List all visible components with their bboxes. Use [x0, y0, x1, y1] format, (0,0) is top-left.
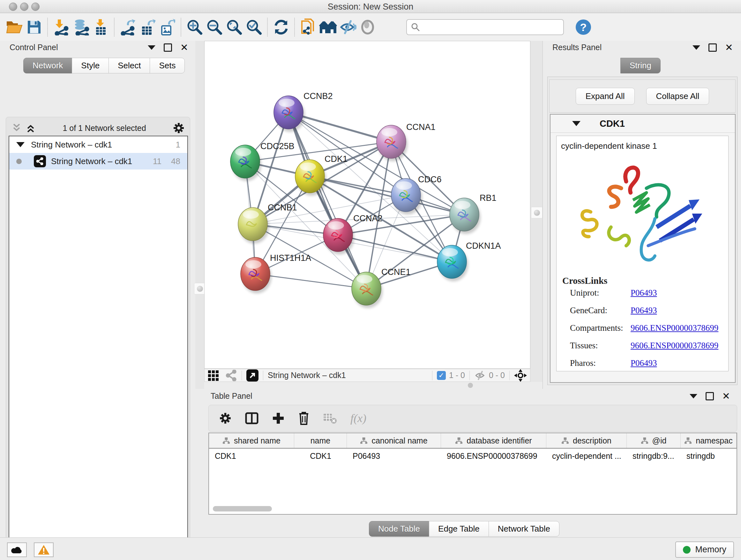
- cloud-status-button[interactable]: [7, 543, 27, 557]
- crosslink-link[interactable]: 9606.ENSP00000378699: [630, 341, 718, 351]
- edge-HIST1H1A-CCNE1[interactable]: [255, 274, 366, 289]
- refresh-icon[interactable]: [271, 17, 291, 37]
- close-table-icon[interactable]: ✕: [722, 393, 730, 399]
- search-box[interactable]: [406, 19, 564, 35]
- zoom-selected-icon[interactable]: [244, 17, 264, 37]
- selection-mode-crosshair-icon[interactable]: [514, 369, 527, 382]
- import-table-file-icon[interactable]: [91, 17, 111, 37]
- column-header-database-identifier[interactable]: database identifier: [441, 433, 546, 448]
- maximize-table-icon[interactable]: [705, 392, 714, 400]
- zoom-out-icon[interactable]: [205, 17, 224, 37]
- expand-all-icon[interactable]: [25, 123, 36, 133]
- birdseye-grid-icon[interactable]: [208, 370, 220, 381]
- network-canvas[interactable]: CCNB2CCNA1CDC25BCDK1CDC6RB1CCNB1CCNA2CDK…: [204, 41, 530, 369]
- crosslink-label: Uniprot:: [570, 288, 630, 298]
- export-network-icon[interactable]: [118, 17, 138, 37]
- houses-icon[interactable]: [318, 17, 338, 37]
- save-session-icon[interactable]: [24, 17, 44, 37]
- tab-select[interactable]: Select: [109, 58, 150, 73]
- network-options-gear-icon[interactable]: [173, 122, 185, 134]
- crosslink-link[interactable]: 9606.ENSP00000378699: [630, 323, 718, 333]
- close-results-icon[interactable]: ✕: [725, 44, 733, 51]
- network-row[interactable]: String Network – cdk1 11 48: [9, 153, 187, 170]
- network-node-CCNA2[interactable]: [323, 219, 354, 254]
- network-node-CDC6[interactable]: [391, 179, 422, 214]
- node-label-RB1: RB1: [480, 193, 496, 203]
- crosslink-link[interactable]: P06493: [630, 288, 657, 298]
- entry-collapse-caret[interactable]: [572, 121, 581, 126]
- network-node-CCNE1[interactable]: [352, 272, 383, 308]
- table-row[interactable]: CDK1CDK1P064939606.ENSP00000378699cyclin…: [209, 449, 737, 463]
- network-node-CDKN1A[interactable]: [437, 245, 468, 281]
- zoom-in-icon[interactable]: [185, 17, 205, 37]
- collection-expand-caret[interactable]: [16, 142, 24, 147]
- table-toolbar: f(x): [208, 405, 737, 432]
- network-share-icon[interactable]: [226, 370, 237, 381]
- import-network-file-icon[interactable]: [51, 17, 71, 37]
- crosslink-link[interactable]: P06493: [630, 306, 657, 315]
- column-header-description[interactable]: description: [546, 433, 627, 448]
- cdk1-entry-header[interactable]: CDK1: [550, 115, 735, 133]
- table-panel-title: Table Panel: [211, 391, 253, 401]
- maximize-panel-icon[interactable]: [164, 44, 172, 52]
- open-session-icon[interactable]: [4, 17, 24, 37]
- float-panel-icon[interactable]: [148, 45, 155, 50]
- crosslink-row: Compartments:9606.ENSP00000378699: [570, 323, 728, 333]
- create-column-icon[interactable]: [272, 412, 285, 425]
- collapse-all-button[interactable]: Collapse All: [646, 88, 710, 105]
- help-icon[interactable]: ?: [574, 17, 593, 37]
- float-table-icon[interactable]: [690, 394, 697, 398]
- network-collection-row[interactable]: String Network – cdk1 1: [9, 136, 187, 153]
- hide-graphics-details-icon[interactable]: [338, 17, 358, 37]
- export-table-icon[interactable]: [138, 17, 158, 37]
- network-node-RB1[interactable]: [450, 198, 481, 234]
- node-label-CCNA2: CCNA2: [353, 213, 383, 223]
- memory-label: Memory: [695, 545, 726, 555]
- document-network-icon[interactable]: [298, 17, 318, 37]
- tab-network-table[interactable]: Network Table: [488, 521, 559, 537]
- expand-all-button[interactable]: Expand All: [576, 88, 635, 105]
- network-node-CDC25B[interactable]: [230, 145, 261, 181]
- tab-network[interactable]: Network: [23, 58, 72, 73]
- network-node-CDK1[interactable]: [295, 160, 326, 196]
- maximize-results-icon[interactable]: [709, 44, 717, 52]
- delete-column-icon[interactable]: [298, 411, 310, 425]
- function-builder-icon: f(x): [350, 412, 366, 425]
- tab-style[interactable]: Style: [72, 58, 109, 73]
- float-results-icon[interactable]: [692, 45, 700, 50]
- tab-sets[interactable]: Sets: [150, 58, 185, 73]
- hidden-eye-icon[interactable]: [474, 371, 486, 380]
- crosslink-link[interactable]: P06493: [630, 358, 657, 368]
- collapse-all-icon[interactable]: [11, 123, 22, 133]
- tab-edge-table[interactable]: Edge Table: [429, 521, 489, 537]
- tab-node-table[interactable]: Node Table: [369, 521, 429, 537]
- zoom-fit-icon[interactable]: [224, 17, 244, 37]
- table-options-gear-icon[interactable]: [219, 412, 232, 425]
- tab-string[interactable]: String: [620, 58, 661, 73]
- memory-button[interactable]: Memory: [675, 542, 734, 558]
- warning-status-button[interactable]: [34, 543, 54, 557]
- network-node-CCNB2[interactable]: [274, 96, 305, 132]
- selected-counts: 1 - 0: [449, 371, 465, 380]
- open-in-new-window-icon[interactable]: [246, 369, 259, 381]
- edge-CCNA2-CDKN1A[interactable]: [338, 235, 452, 262]
- node-table: shared namenamecanonical namedatabase id…: [208, 433, 737, 515]
- network-status-dot: [16, 159, 22, 164]
- column-header-name[interactable]: name: [294, 433, 347, 448]
- show-columns-icon[interactable]: [245, 412, 259, 425]
- horizontal-scrollbar[interactable]: [213, 506, 272, 511]
- network-node-CCNA1[interactable]: [377, 125, 408, 161]
- right-split-divider[interactable]: [530, 41, 542, 389]
- network-node-HIST1H1A[interactable]: [241, 257, 272, 294]
- protein-structure-image: [569, 156, 703, 271]
- column-header-canonical-name[interactable]: canonical name: [347, 433, 441, 448]
- export-image-icon[interactable]: [158, 17, 178, 37]
- column-header-@id[interactable]: @id: [627, 433, 681, 448]
- column-header-shared-name[interactable]: shared name: [209, 433, 294, 448]
- search-input[interactable]: [423, 22, 563, 32]
- selected-checkbox-icon[interactable]: ✓: [437, 371, 446, 380]
- close-panel-icon[interactable]: ✕: [180, 44, 188, 51]
- svg-text:?: ?: [580, 21, 587, 33]
- column-header-namespac[interactable]: namespac: [681, 433, 737, 448]
- import-network-database-icon[interactable]: [71, 17, 91, 37]
